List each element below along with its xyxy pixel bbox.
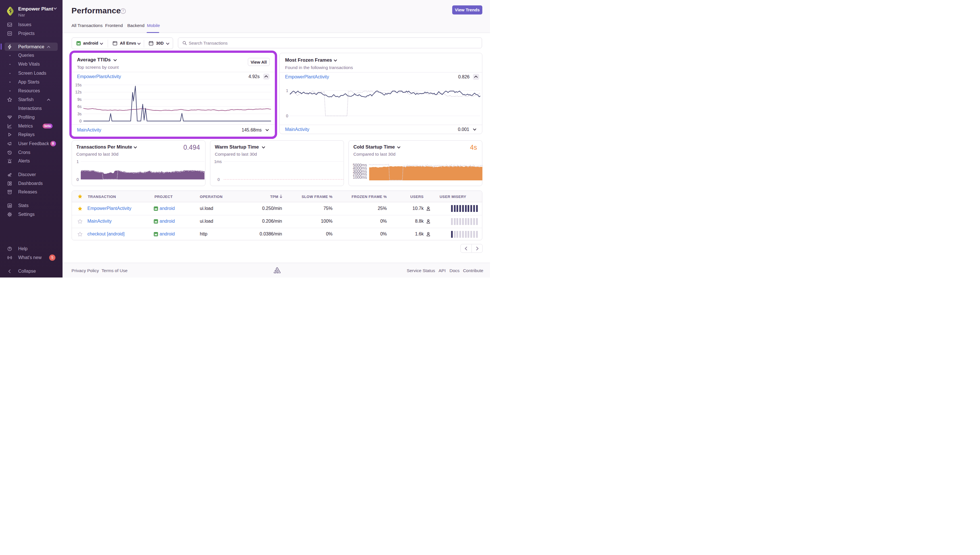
svg-text:3s: 3s: [77, 112, 82, 116]
svg-text:0: 0: [217, 177, 220, 182]
svg-text:?: ?: [122, 9, 124, 13]
svg-text:12s: 12s: [75, 90, 82, 94]
svg-text:1: 1: [77, 159, 79, 164]
svg-text:6s: 6s: [77, 104, 82, 109]
svg-text:0: 0: [77, 177, 79, 182]
svg-text:0: 0: [286, 114, 288, 118]
svg-text:1000ms: 1000ms: [353, 175, 367, 180]
svg-text:15s: 15s: [75, 83, 82, 87]
svg-text:9s: 9s: [77, 97, 82, 102]
svg-text:0: 0: [79, 119, 82, 123]
svg-text:1: 1: [286, 88, 288, 93]
svg-text:1ms: 1ms: [214, 159, 222, 164]
